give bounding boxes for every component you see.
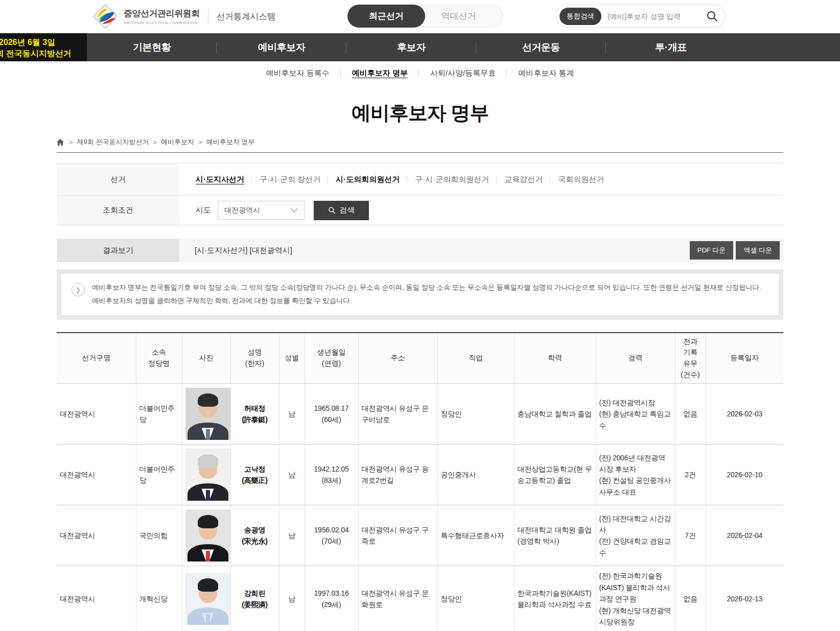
cell-photo — [182, 566, 230, 631]
col-address: 주소 — [358, 333, 437, 384]
cell-gender: 남 — [279, 445, 305, 505]
cell-address: 대전광역시 유성구 용계로2번길 — [358, 445, 437, 505]
candidate-table: 선거구명 소속 정당명 사진 성명 (한자) 성별 생년월일 (연령) 주소 직… — [57, 332, 783, 631]
cell-birth: 1956.02.04 (70세) — [305, 505, 358, 566]
candidate-name-link[interactable]: 허태정 — [234, 403, 276, 414]
cell-reg-date: 2026-02-03 — [706, 384, 783, 445]
candidate-photo — [185, 509, 230, 562]
col-job: 직업 — [437, 333, 514, 384]
results-label: 결과보기 — [57, 239, 179, 262]
nav-item-basic-status[interactable]: 기본현황 — [87, 33, 217, 61]
table-row: 대전광역시 더불어민주당 허태정 (許泰鋌) 남 1965.08.17 (60세… — [57, 384, 783, 445]
cell-photo — [182, 505, 230, 566]
cell-reg-date: 2026-02-10 — [706, 445, 783, 505]
chevron-right-circle-icon — [72, 283, 85, 296]
subnav-withdrawal[interactable]: 사퇴/사망/등록무효 — [419, 68, 507, 78]
cell-education: 한국과학기술원(KAIST) 물리학과 석사과정 수료 — [514, 566, 596, 631]
col-party: 소속 정당명 — [136, 333, 182, 384]
breadcrumb-separator — [69, 138, 73, 146]
cell-career: (전) 한국과학기술원(KAIST) 물리학과 석사과정 연구원 (현) 개혁신… — [596, 566, 675, 631]
sub-nav: 예비후보자 등록수 예비후보자 명부 사퇴/사망/등록무효 예비후보자 통계 — [0, 61, 840, 85]
cell-district: 대전광역시 — [57, 566, 136, 631]
cell-education: 대전대학교 대학원 졸업 (경영학 박사) — [514, 505, 596, 566]
cell-job: 정당인 — [437, 384, 514, 445]
election-type-national-assembly[interactable]: 국회의원선거 — [550, 175, 612, 184]
notice-line-2: 예비후보자의 성명을 클릭하면 구체적인 학력, 전과에 대한 정보를 확인할 … — [92, 294, 761, 308]
brand-divider — [208, 9, 208, 24]
cell-birth: 1942.12.05 (83세) — [305, 445, 358, 505]
election-type-sido-governor[interactable]: 시·도지사선거 — [196, 175, 252, 184]
col-birth: 생년월일 (연령) — [305, 333, 358, 384]
cell-reg-date: 2026-02-04 — [706, 505, 783, 566]
cell-party: 개혁신당 — [136, 566, 182, 631]
org-name: 중앙선거관리위원회 — [124, 8, 200, 19]
subnav-statistics[interactable]: 예비후보자 통계 — [507, 68, 585, 78]
top-header: 중앙선거관리위원회 NATIONAL ELECTION COMMISSION 선… — [0, 0, 840, 33]
cell-party: 더불어민주당 — [136, 384, 182, 445]
pdf-download-button[interactable]: PDF 다운 — [690, 241, 734, 260]
cell-criminal-record: 없음 — [675, 566, 706, 631]
candidate-hanja: (姜熙潾) — [234, 599, 276, 610]
filter-label-election: 선거 — [57, 163, 179, 195]
candidate-name-link[interactable]: 송광영 — [234, 524, 276, 535]
candidate-name-link[interactable]: 강희린 — [234, 588, 276, 599]
cell-career: (전) 대전광역시장 (현) 충남대학교 특임교수 — [596, 384, 675, 445]
cell-address: 대전광역시 유성구 구즉로 — [358, 505, 437, 566]
nav-item-candidates[interactable]: 후보자 — [346, 33, 476, 61]
candidate-hanja: (高樂正) — [234, 475, 276, 486]
cell-name: 강희린 (姜熙潾) — [230, 566, 279, 631]
breadcrumb-separator — [198, 138, 202, 146]
nav-item-vote-count[interactable]: 투·개표 — [606, 33, 736, 61]
breadcrumb-separator — [153, 138, 157, 146]
cell-gender: 남 — [279, 566, 305, 631]
search-icon — [328, 206, 336, 214]
cell-education: 대전상업고등학교(현 우송고등학교) 졸업 — [514, 445, 596, 505]
tab-recent-elections[interactable]: 최근선거 — [347, 5, 425, 28]
nec-logo[interactable]: 중앙선거관리위원회 NATIONAL ELECTION COMMISSION 선… — [92, 3, 275, 30]
subnav-candidate-roster[interactable]: 예비후보자 명부 — [341, 68, 419, 78]
election-type-education-superintendent[interactable]: 교육감선거 — [497, 175, 550, 184]
home-icon[interactable] — [57, 139, 64, 146]
col-name: 성명 (한자) — [230, 333, 279, 384]
breadcrumb-election[interactable]: 제9회 전국동시지방선거 — [77, 137, 149, 147]
cell-job: 공인중개사 — [437, 445, 514, 505]
col-photo: 사진 — [182, 333, 230, 384]
cell-party: 국민의힘 — [136, 505, 182, 566]
election-type-sido-council[interactable]: 시·도의회의원선거 — [328, 175, 407, 184]
results-bar: 결과보기 [시·도지사선거] [대전광역시] PDF 다운 엑셀 다운 — [57, 239, 783, 262]
breadcrumb: 제9회 전국동시지방선거 예비후보자 예비후보자 명부 — [57, 137, 783, 153]
nav-item-preliminary-candidates[interactable]: 예비후보자 — [217, 33, 346, 61]
sido-select[interactable]: 대전광역시 — [218, 201, 305, 220]
current-election-banner[interactable]: 2026년 6월 3일 제9회 전국동시지방선거 — [0, 33, 87, 61]
page-title: 예비후보자 명부 — [0, 100, 840, 126]
global-search-box: 통합검색 — [556, 5, 726, 28]
candidate-photo — [185, 449, 230, 501]
search-button[interactable]: 검색 — [314, 201, 369, 220]
table-header-row: 선거구명 소속 정당명 사진 성명 (한자) 성별 생년월일 (연령) 주소 직… — [57, 333, 783, 384]
subnav-registration-count[interactable]: 예비후보자 등록수 — [255, 68, 341, 78]
tab-past-elections[interactable]: 역대선거 — [414, 5, 503, 28]
election-name: 제9회 전국동시지방선거 — [0, 48, 87, 59]
cell-education: 충남대학교 철학과 졸업 — [514, 384, 596, 445]
candidate-photo — [185, 573, 230, 625]
breadcrumb-current: 예비후보자 명부 — [206, 137, 255, 147]
excel-download-button[interactable]: 엑셀 다운 — [736, 241, 780, 260]
search-input[interactable] — [601, 12, 704, 20]
search-icon — [706, 10, 718, 22]
candidate-hanja: (許泰鋌) — [234, 414, 276, 425]
col-gender: 성별 — [279, 333, 305, 384]
filter-panel: 선거 시·도지사선거 구·시·군의 장선거 시·도의회의원선거 구·시·군의회의… — [57, 163, 783, 225]
election-type-gu-si-gun-head[interactable]: 구·시·군의 장선거 — [252, 175, 328, 184]
cell-career: (전) 2006년 대전광역시장 후보자 (현) 컨설팅 공인중개사 사무소 대… — [596, 445, 675, 505]
candidate-photo — [185, 388, 230, 440]
election-type-gu-si-gun-council[interactable]: 구·시·군의회의원선거 — [407, 175, 497, 184]
cell-address: 대전광역시 유성구 문화원로 — [358, 566, 437, 631]
candidate-name-link[interactable]: 고낙정 — [234, 463, 276, 475]
cell-criminal-record: 없음 — [675, 384, 706, 445]
col-career: 경력 — [596, 333, 675, 384]
nav-item-campaign[interactable]: 선거운동 — [476, 33, 606, 61]
search-scope-button[interactable]: 통합검색 — [559, 8, 601, 25]
cell-photo — [182, 445, 230, 505]
search-submit-button[interactable] — [704, 10, 727, 22]
breadcrumb-section[interactable]: 예비후보자 — [161, 137, 194, 147]
